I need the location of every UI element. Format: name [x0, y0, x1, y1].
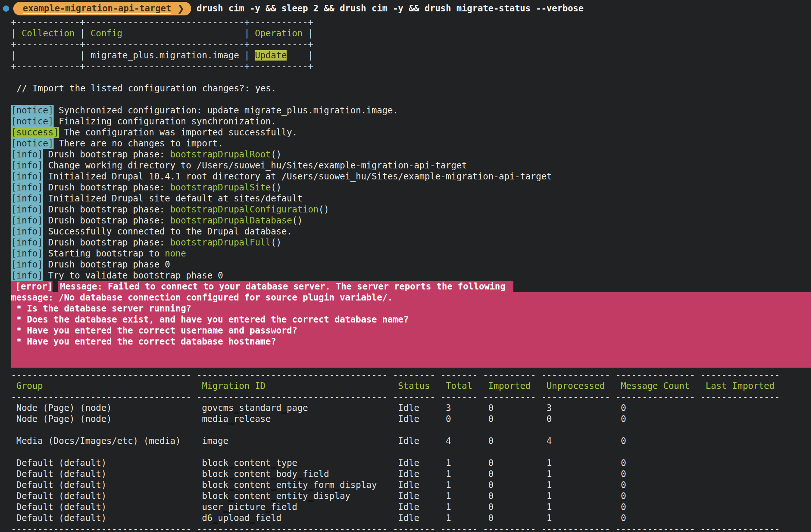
log-level-badge: [info] [11, 204, 43, 215]
log-line: [info] Successfully connected to the Dru… [11, 226, 811, 237]
error-line: * Does the database exist, and have you … [11, 314, 811, 325]
log-level-badge: [notice] [11, 116, 54, 127]
log-level-badge: [success] [11, 127, 59, 138]
log-level-badge: [info] [11, 171, 43, 182]
log-line: [info] Try to validate bootstrap phase 0 [11, 270, 811, 281]
log-line: [info] Initialized Drupal 10.4.1 root di… [11, 171, 811, 182]
log-level-badge: [notice] [11, 105, 54, 116]
error-body: message: /No database connection configu… [11, 292, 811, 368]
log-line: [notice] Finalizing configuration synchr… [11, 116, 811, 127]
spacer [11, 72, 811, 83]
log-line: [info] Change working directory to /User… [11, 160, 811, 171]
config-change-table: +------------+--------------------------… [11, 17, 811, 72]
command-text: drush cim -y && sleep 2 && drush cim -y … [197, 3, 584, 14]
prompt-directory-label: example-migration-api-target [23, 3, 171, 14]
prompt-directory-pill: example-migration-api-target❯ [13, 2, 191, 15]
log-line: [info] Drush bootstrap phase: bootstrapD… [11, 149, 811, 160]
log-line: [info] Drush bootstrap phase 0 [11, 259, 811, 270]
log-line: [notice] Synchronized configuration: upd… [11, 105, 811, 116]
log-line: [notice] There are no changes to import. [11, 138, 811, 149]
prompt-line: example-migration-api-target❯ drush cim … [3, 0, 811, 17]
log-line: [info] Drush bootstrap phase: bootstrapD… [11, 204, 811, 215]
log-line: [info] Drush bootstrap phase: bootstrapD… [11, 215, 811, 226]
log-level-badge: [info] [11, 270, 43, 281]
migration-status-table: ---------------------------------- -----… [11, 369, 811, 532]
spacer [11, 94, 811, 105]
log-line: [info] Starting bootstrap to none [11, 248, 811, 259]
log-line: [info] Drush bootstrap phase: bootstrapD… [11, 182, 811, 193]
error-level-badge: [error] [11, 281, 52, 292]
log-level-badge: [notice] [11, 138, 54, 149]
error-line: * Have you entered the correct username … [11, 325, 811, 336]
error-line: * Is the database server running? [11, 303, 811, 314]
log-line: [info] Drush bootstrap phase: bootstrapD… [11, 237, 811, 248]
error-first-line: [error] Message: Failed to connect to yo… [11, 281, 811, 292]
log-level-badge: [info] [11, 193, 43, 204]
log-output: [notice] Synchronized configuration: upd… [11, 105, 811, 281]
log-level-badge: [info] [11, 237, 43, 248]
log-line: [info] Initialized Drupal site default a… [11, 193, 811, 204]
log-level-badge: [info] [11, 160, 43, 171]
error-line: * Have you entered the correct database … [11, 336, 811, 347]
session-indicator-dot [3, 6, 9, 12]
log-level-badge: [info] [11, 149, 43, 160]
error-line: message: /No database connection configu… [11, 292, 811, 303]
log-line: [success] The configuration was imported… [11, 127, 811, 138]
log-level-badge: [info] [11, 248, 43, 259]
import-confirmation-line: // Import the listed configuration chang… [11, 83, 811, 94]
log-level-badge: [info] [11, 182, 43, 193]
error-message-first-line: Message: Failed to connect to your datab… [58, 281, 514, 292]
terminal-window[interactable]: example-migration-api-target❯ drush cim … [0, 0, 811, 532]
log-level-badge: [info] [11, 259, 43, 270]
log-level-badge: [info] [11, 226, 43, 237]
chevron-right-icon: ❯ [177, 3, 185, 14]
log-level-badge: [info] [11, 215, 43, 226]
